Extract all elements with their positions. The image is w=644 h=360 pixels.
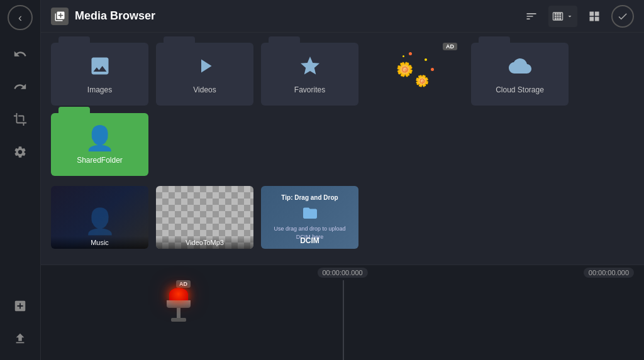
header: Media Browser [41,0,644,33]
ad-badge: AD [443,43,457,50]
siren-base [167,300,191,308]
back-button[interactable]: ‹ [8,5,33,30]
videos-icon [194,55,216,82]
dcim-tile[interactable]: Tip: Drag and Drop Use drag and drop to … [261,186,358,249]
flower-2: 🌼 [415,74,429,88]
main-content: Media Browser Images [41,0,644,360]
header-actions [521,5,634,28]
timeline-divider [343,280,344,360]
images-label: Images [87,85,112,94]
shared-folder-label: SharedFolder [77,156,123,165]
siren-foot [171,318,186,322]
favorites-label: Favorites [294,85,325,94]
music-tile[interactable]: 👤 Music [51,186,148,249]
images-icon [89,55,111,82]
dcim-drag-text: Tip: Drag and Drop [281,194,338,201]
siren-stand [177,308,180,318]
timeline-time-right: 00:00:00.000 [584,268,634,278]
video-to-mp3-label: VideoToMp3 [156,236,253,249]
video-to-mp3-tile[interactable]: VideoToMp3 [156,186,253,249]
music-figure: 👤 [84,207,116,236]
media-tiles-grid: 👤 Music VideoToMp3 Tip: Drag and Drop Us… [51,186,634,249]
timeline-ad-badge: AD [176,280,191,288]
folders-grid: Images Videos Favorites AD [51,43,634,176]
cloud-storage-icon [509,55,531,82]
decoration-card: AD 🌼 🌼 [366,43,464,106]
shared-folder-icon: 👤 [85,124,114,152]
sort-button[interactable] [521,6,542,27]
undo-button[interactable] [9,43,31,65]
sparkle-4 [402,55,404,57]
add-track-button[interactable] [9,295,31,317]
flower-1: 🌼 [396,62,413,78]
music-label: Music [51,236,148,249]
back-icon: ‹ [18,11,22,25]
dcim-folder-icon [301,205,319,221]
window-button[interactable] [584,6,605,27]
sidebar: ‹ [0,0,41,360]
crop-button[interactable] [9,108,31,131]
favorites-icon [299,55,321,82]
siren-icon [167,288,191,322]
import-button[interactable] [9,327,31,350]
settings-button[interactable] [9,141,31,163]
header-icon [51,8,69,25]
folder-videos[interactable]: Videos [156,43,253,106]
cloud-storage-label: Cloud Storage [496,85,544,94]
folder-favorites[interactable]: Favorites [261,43,358,106]
page-title: Media Browser [75,9,521,23]
view-toggle[interactable] [548,6,577,27]
redo-button[interactable] [9,75,31,98]
timeline-time-left: 00:00:00.000 [317,268,367,278]
sparkle-3 [431,68,434,71]
timeline-clip: AD [167,285,191,322]
sparkle-1 [409,52,412,55]
videos-label: Videos [193,85,216,94]
siren-light [169,288,188,300]
timeline: 00:00:00.000 00:00:00.000 AD [41,265,644,360]
check-button[interactable] [611,5,634,28]
folder-images[interactable]: Images [51,43,148,106]
folder-cloud-storage[interactable]: Cloud Storage [471,43,569,106]
timeline-ruler: 00:00:00.000 00:00:00.000 [41,265,644,280]
dcim-label: DCIM [300,236,319,245]
folder-shared[interactable]: 👤 SharedFolder [51,113,148,176]
sparkle-2 [425,58,427,61]
flowers-decoration: 🌼 🌼 [390,49,440,99]
browser-content: Images Videos Favorites AD [41,33,644,265]
timeline-tracks: AD [41,280,644,360]
